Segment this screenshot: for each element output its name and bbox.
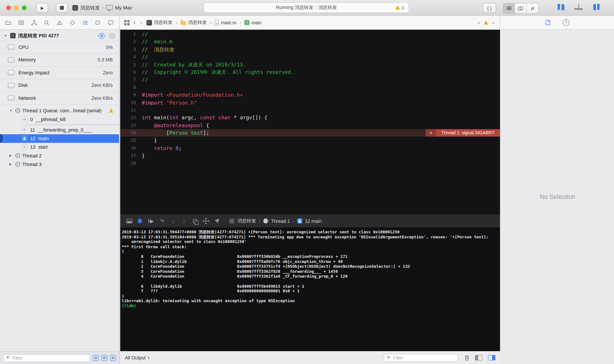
related-items-icon[interactable] [124,20,130,25]
line-number[interactable]: 14 [120,129,141,137]
code-line[interactable]: 8 [120,84,500,91]
console-scope-popup[interactable]: All Output ▲▼ [125,355,150,361]
view-hierarchy-button[interactable] [190,217,200,225]
standard-editor-button[interactable] [503,3,515,13]
gauge-row[interactable]: CPU 0% [0,41,119,53]
source-control-navigator-tab[interactable] [17,18,25,27]
code-text[interactable]: // main.m [141,38,172,46]
code-line[interactable]: 4// [120,53,500,61]
line-number[interactable]: 16 [120,144,141,152]
source-editor[interactable]: 1//2// main.m3// 消息转发4//5// Created by 冰… [120,30,500,214]
code-text[interactable]: // Created by 冰凌天 on 2019/3/13. [141,61,246,69]
find-navigator-tab[interactable] [42,18,51,27]
breadcrumb-project[interactable]: 消息转发 [146,19,173,26]
lldb-prompt[interactable]: (lldb) [122,304,136,308]
code-text[interactable]: // 消息转发 [141,46,174,53]
annotation-menu-icon[interactable]: ≡ [426,129,436,137]
code-line[interactable]: 6// Copyright © 2019年 冰凌天. All rights re… [120,68,500,76]
process-row[interactable]: ▼ 消息转发 PID 4277 [0,30,119,40]
breadcrumb-group[interactable]: 消息转发 [181,19,207,26]
clear-console-button[interactable] [464,355,470,361]
code-line[interactable]: 11 [120,106,500,114]
run-button[interactable]: ▶ [36,3,48,13]
code-line[interactable]: 14 [Person test];≡Thread 1: signal SIGAB… [120,129,500,137]
code-line[interactable]: 9#import <Foundation/Foundation.h> [120,91,500,99]
line-number[interactable]: 12 [120,114,141,122]
variables-view-toggle[interactable] [475,355,483,361]
quick-help-inspector-tab[interactable]: ? [562,18,570,27]
line-number[interactable]: 10 [120,99,141,106]
thread-row[interactable]: ▼Thread 1 Queue: com...hread (serial) [0,106,119,115]
code-line[interactable]: 7// [120,76,500,84]
warning-icon[interactable] [484,20,488,25]
memory-graph-button[interactable] [201,217,211,225]
code-text[interactable]: int main(int argc, const char * argv[]) … [141,114,267,122]
breakpoints-toggle-button[interactable] [135,217,145,225]
step-into-button[interactable]: ↓ [168,217,178,225]
close-button[interactable] [6,5,11,10]
code-text[interactable] [141,84,142,91]
breadcrumb-symbol[interactable]: f main [244,20,261,25]
line-number[interactable]: 3 [120,46,141,53]
line-number[interactable]: 15 [120,137,141,144]
step-out-button[interactable]: ↑ [179,217,189,225]
line-number[interactable]: 17 [120,152,141,160]
code-text[interactable] [141,106,142,114]
code-text[interactable]: [Person test]; [141,129,209,137]
console-filter-input[interactable] [392,355,455,361]
line-number[interactable]: 18 [120,160,141,167]
code-text[interactable]: // [141,76,148,84]
toggle-inspector-button[interactable] [591,4,599,10]
line-number[interactable]: 11 [120,106,141,114]
code-text[interactable]: // Copyright © 2019年 冰凌天. All rights res… [141,68,294,76]
disclosure-triangle[interactable]: ▼ [9,109,13,112]
line-number[interactable]: 4 [120,53,141,61]
line-number[interactable]: 7 [120,76,141,84]
line-number[interactable]: 13 [120,122,141,129]
previous-issue-button[interactable]: ‹ [477,20,481,25]
code-snippet-button[interactable]: { } [483,3,496,13]
breadcrumb-frame[interactable]: 12 main [305,218,322,224]
toggle-debug-area-button[interactable] [575,4,583,10]
stack-frame-row[interactable]: ⚙11__forwarding_prep_0___ [0,125,119,134]
code-text[interactable]: } [141,152,145,160]
code-line[interactable]: 10#import "Person.h" [120,99,500,106]
stop-button[interactable] [56,3,68,13]
file-inspector-tab[interactable] [544,18,552,27]
code-line[interactable]: 15 } [120,137,500,144]
stack-frame-row[interactable]: ⚙0__pthread_kill [0,115,119,123]
code-text[interactable]: #import "Person.h" [141,99,197,106]
target-icon[interactable] [109,33,115,39]
gauge-row[interactable]: Disk Zero KB/s [0,79,119,92]
stack-display-button-2[interactable] [101,355,107,361]
thread-row[interactable]: ▶Thread 3 [0,160,119,169]
report-navigator-tab[interactable] [106,18,115,27]
minimize-button[interactable] [14,5,19,10]
console-filter-field[interactable] [384,354,458,362]
code-line[interactable]: 3// 消息转发 [120,46,500,53]
forward-button[interactable]: › [140,19,143,26]
debug-navigator-tab[interactable] [81,18,90,27]
gauge-row[interactable]: Memory 5.3 MB [0,53,119,66]
issue-navigator-tab[interactable] [55,18,64,27]
back-button[interactable]: ‹ [133,19,136,26]
code-text[interactable]: } [141,137,157,144]
gauge-row[interactable]: Network Zero KB/s [0,92,119,104]
console-view-toggle[interactable] [488,355,495,361]
issue-badge[interactable]: 1 [395,5,404,10]
code-line[interactable]: 12int main(int argc, const char * argv[]… [120,114,500,122]
next-issue-button[interactable]: › [492,20,495,25]
continue-button[interactable]: ▶ [146,217,156,225]
test-navigator-tab[interactable] [68,18,77,27]
disclosure-triangle[interactable]: ▶ [9,162,13,166]
thread-row[interactable]: ▶Thread 2 [0,151,119,160]
code-line[interactable]: 17} [120,152,500,160]
hide-debug-area-button[interactable] [124,217,134,225]
simulate-location-button[interactable] [212,217,222,225]
step-over-button[interactable]: ↷ [157,217,167,225]
breadcrumb-thread[interactable]: Thread 1 [271,218,290,224]
code-line[interactable]: 2// main.m [120,38,500,46]
code-line[interactable]: 16 return 0; [120,144,500,152]
line-number[interactable]: 1 [120,30,141,38]
code-text[interactable]: return 0; [141,144,182,152]
